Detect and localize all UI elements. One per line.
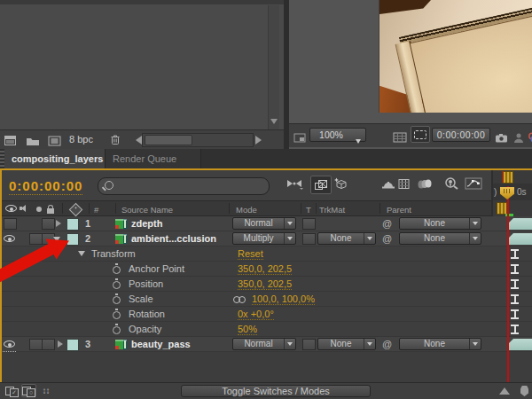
parent-dropdown[interactable]: None xyxy=(399,217,481,230)
motion-blur-icon[interactable] xyxy=(417,177,433,193)
toggle-switches-modes-button[interactable]: Toggle Switches / Modes xyxy=(181,385,371,397)
visibility-eye-cell[interactable] xyxy=(3,340,16,352)
brainstorm-icon[interactable] xyxy=(443,177,459,193)
lock-switch-cell[interactable] xyxy=(42,218,55,230)
search-input[interactable] xyxy=(116,179,262,193)
rotation-row[interactable]: Rotation 0x +0,0° xyxy=(0,307,532,322)
solo-switch-cell[interactable] xyxy=(29,233,43,245)
stopwatch-icon[interactable] xyxy=(112,293,121,305)
current-time-display[interactable]: 0:00:00:00 xyxy=(9,178,82,195)
property-label[interactable]: Scale xyxy=(129,293,153,304)
new-composition-icon[interactable] xyxy=(48,134,61,150)
stopwatch-icon[interactable] xyxy=(112,309,121,320)
preview-toggle-icon[interactable] xyxy=(293,130,306,146)
tab-compositing-layers[interactable]: compositing_layers × xyxy=(4,149,106,168)
scroll-left-icon[interactable] xyxy=(131,136,142,145)
hide-shy-icon[interactable] xyxy=(381,178,395,194)
preserve-transparency-cell[interactable] xyxy=(302,339,316,350)
blend-mode-dropdown[interactable]: Normal xyxy=(232,217,296,230)
reset-link[interactable]: Reset xyxy=(238,248,263,259)
label-color-swatch[interactable] xyxy=(66,233,79,246)
property-value[interactable]: 50% xyxy=(238,324,257,334)
layer-duration-bar[interactable] xyxy=(509,339,532,350)
viewer-timecode[interactable]: 0:00:00:00 xyxy=(432,128,490,142)
preserve-transparency-cell[interactable] xyxy=(302,233,316,245)
source-name-column-header[interactable]: Source Name xyxy=(121,205,173,215)
zoom-mountain-icon[interactable] xyxy=(499,387,510,395)
new-folder-icon[interactable] xyxy=(26,134,40,150)
magnification-dropdown[interactable]: 100% xyxy=(309,128,366,142)
layer-name[interactable]: zdepth xyxy=(131,218,162,229)
scale-row[interactable]: Scale 100,0, 100,0% xyxy=(0,292,532,307)
property-value[interactable]: 0x +0,0° xyxy=(238,309,274,319)
trkmat-dropdown[interactable]: None xyxy=(317,338,376,350)
parent-pickwhip-icon[interactable]: @ xyxy=(382,339,392,349)
time-navigator[interactable] xyxy=(493,170,532,184)
transform-group-row[interactable]: Transform Reset xyxy=(0,246,532,262)
transfer-controls-pane-icon[interactable]: ○ xyxy=(21,384,36,397)
layer-duration-bar[interactable] xyxy=(509,233,532,245)
project-vertical-scrollbar[interactable] xyxy=(268,5,279,129)
visibility-eye-cell[interactable] xyxy=(3,234,16,244)
parent-dropdown[interactable]: None xyxy=(399,232,481,245)
preserve-transparency-cell[interactable] xyxy=(302,218,316,230)
snapshot-camera-icon[interactable] xyxy=(495,130,508,146)
layer-row-beauty-pass[interactable]: 3 beauty_pass Normal None @ None xyxy=(0,337,532,352)
layer-name[interactable]: beauty_pass xyxy=(131,339,191,349)
label-color-swatch[interactable] xyxy=(66,218,79,231)
graph-editor-icon[interactable] xyxy=(465,177,482,193)
shy-layers-toggle-icon[interactable] xyxy=(310,176,332,194)
collapse-triangle-icon[interactable] xyxy=(78,251,85,256)
show-snapshot-icon[interactable] xyxy=(513,130,524,146)
frame-blend-icon[interactable] xyxy=(397,177,411,193)
layer-name[interactable]: ambient...cclusion xyxy=(131,233,216,244)
property-label[interactable]: Anchor Point xyxy=(129,263,184,274)
label-color-swatch[interactable] xyxy=(66,339,79,351)
inout-panes-icon[interactable]: ↕↕ xyxy=(38,384,53,397)
position-row[interactable]: Position 350,0, 202,5 xyxy=(0,277,532,292)
property-label[interactable]: Position xyxy=(129,278,163,289)
grid-guides-icon[interactable] xyxy=(393,130,407,146)
interpret-footage-icon[interactable] xyxy=(4,134,17,150)
anchor-point-row[interactable]: Anchor Point 350,0, 202,5 xyxy=(0,262,532,277)
comp-marker-icon[interactable] xyxy=(520,386,528,396)
parent-pickwhip-icon[interactable]: @ xyxy=(382,233,392,244)
property-label[interactable]: Rotation xyxy=(129,309,165,319)
empty-layer-area[interactable] xyxy=(0,352,532,383)
parent-dropdown[interactable]: None xyxy=(399,338,481,350)
property-label[interactable]: Opacity xyxy=(129,324,161,334)
current-time-indicator-line[interactable] xyxy=(507,186,509,383)
trash-icon[interactable] xyxy=(110,133,121,149)
property-value[interactable]: 350,0, 202,5 xyxy=(238,278,292,289)
stopwatch-icon[interactable] xyxy=(112,263,121,275)
blend-mode-dropdown[interactable]: Normal xyxy=(232,338,296,350)
mini-flowchart-icon[interactable] xyxy=(286,177,303,193)
parent-pickwhip-icon[interactable]: @ xyxy=(382,218,392,229)
video-switch-cell[interactable] xyxy=(4,218,17,230)
layer-row-zdepth[interactable]: 1 zdepth Normal @ None xyxy=(0,216,532,231)
layer-row-ambient-occlusion[interactable]: 2 ambient...cclusion Multiply None @ Non… xyxy=(0,231,532,246)
tab-render-queue[interactable]: Render Queue xyxy=(106,149,201,168)
composition-preview-image[interactable] xyxy=(379,0,532,113)
blend-mode-dropdown[interactable]: Multiply xyxy=(232,232,296,245)
stopwatch-icon[interactable] xyxy=(112,278,121,290)
search-box[interactable] xyxy=(98,177,270,195)
layer-switches-pane-icon[interactable]: ✓ xyxy=(4,384,20,397)
draft-3d-icon[interactable] xyxy=(333,177,349,193)
lock-switch-cell[interactable] xyxy=(42,339,55,350)
work-area-start-handle[interactable] xyxy=(497,202,507,215)
parent-column-header[interactable]: Parent xyxy=(387,205,411,215)
scrollbar-thumb[interactable] xyxy=(145,135,192,145)
trkmat-dropdown[interactable]: None xyxy=(317,232,376,245)
link-dimensions-icon[interactable] xyxy=(233,296,247,303)
property-value[interactable]: 100,0, 100,0% xyxy=(252,293,315,304)
region-of-interest-icon[interactable] xyxy=(411,126,430,143)
transform-group-label[interactable]: Transform xyxy=(91,248,136,259)
expand-triangle-icon[interactable] xyxy=(56,220,61,227)
t-column-header[interactable]: T xyxy=(306,205,311,215)
solo-switch-cell[interactable] xyxy=(29,339,43,350)
mode-column-header[interactable]: Mode xyxy=(236,205,257,215)
bit-depth-label[interactable]: 8 bpc xyxy=(69,134,93,145)
property-value[interactable]: 350,0, 202,5 xyxy=(238,263,292,274)
scroll-right-icon[interactable] xyxy=(255,136,266,145)
